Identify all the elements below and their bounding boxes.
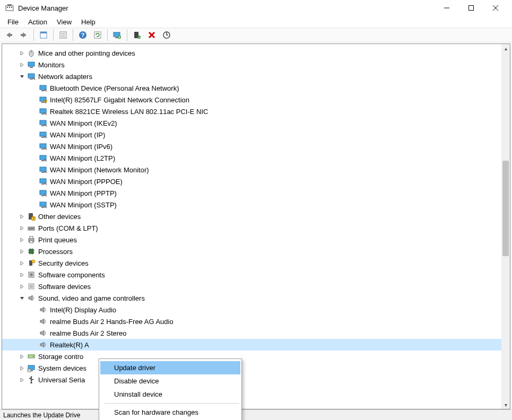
tree-item[interactable]: Intel(R) Display Audio [2,304,501,316]
expander-placeholder [30,189,37,197]
svg-rect-37 [40,85,46,90]
chevron-down-icon[interactable] [18,73,25,80]
chevron-right-icon[interactable] [18,248,25,255]
tree-item[interactable]: Universal Seria [2,374,501,386]
tree-item[interactable]: Mice and other pointing devices [2,47,501,59]
context-menu-item[interactable]: Scan for hardware changes [100,406,240,419]
svg-rect-3 [9,7,10,8]
tree-item[interactable]: Software devices [2,281,501,292]
svg-rect-34 [28,74,34,78]
tree-item[interactable]: Software components [2,269,501,281]
chevron-right-icon[interactable] [18,259,25,267]
tree-item[interactable]: Bluetooth Device (Personal Area Network) [2,82,501,94]
status-text: Launches the Update Drive [3,412,80,419]
console-tree-button[interactable] [56,29,70,41]
chevron-right-icon[interactable] [18,49,25,57]
expander-placeholder [30,166,37,173]
chevron-right-icon[interactable] [18,353,25,360]
menu-help[interactable]: Help [77,17,100,27]
device-tree[interactable]: Mice and other pointing devicesMonitorsN… [2,47,501,409]
menu-view[interactable]: View [53,17,76,27]
toolbar-separator [53,29,54,41]
svg-rect-68 [41,207,45,208]
app-icon [5,4,14,12]
tree-item-label: Software devices [38,283,91,291]
menu-action[interactable]: Action [24,17,51,27]
context-menu-item[interactable]: Disable device [100,374,240,388]
speaker-icon [38,328,48,338]
network-icon [38,83,48,93]
tree-item[interactable]: ?Other devices [2,211,501,222]
chevron-right-icon[interactable] [18,61,25,68]
vertical-scrollbar[interactable]: ▴ ▾ [501,44,510,409]
tree-item[interactable]: WAN Miniport (SSTP) [2,199,501,211]
refresh-button[interactable] [91,29,105,41]
enable-device-button[interactable] [130,29,144,41]
scrollbar-thumb[interactable] [502,161,509,256]
tree-item[interactable]: Realtek 8821CE Wireless LAN 802.11ac PCI… [2,106,501,117]
scroll-down-button[interactable]: ▾ [501,400,510,409]
tree-item[interactable]: WAN Miniport (PPTP) [2,187,501,199]
tree-item[interactable]: System devices [2,362,501,374]
svg-rect-49 [40,132,46,136]
uninstall-device-button[interactable] [145,29,159,41]
expander-placeholder [30,119,37,127]
back-button[interactable] [2,29,16,41]
chevron-right-icon[interactable] [18,283,25,290]
expander-placeholder [30,341,37,348]
chevron-right-icon[interactable] [18,376,25,383]
svg-rect-65 [41,195,45,196]
tree-item[interactable]: WAN Miniport (PPPOE) [2,176,501,187]
chevron-down-icon[interactable] [18,294,25,302]
tree-item[interactable]: WAN Miniport (IKEv2) [2,117,501,129]
context-menu-item[interactable]: Update driver [100,361,240,374]
close-button[interactable] [483,0,508,16]
tree-item[interactable]: Ports (COM & LPT) [2,222,501,234]
tree-item[interactable]: Realtek(R) A [2,339,501,351]
tree-item[interactable]: Print queues [2,234,501,246]
context-menu-item[interactable]: Uninstall device [100,388,240,401]
tree-item[interactable]: realme Buds Air 2 Hands-Free AG Audio [2,316,501,327]
tree-item[interactable]: Processors [2,246,501,257]
menu-bar: File Action View Help [0,16,512,28]
tree-item[interactable]: WAN Miniport (L2TP) [2,152,501,164]
svg-point-96 [33,356,34,357]
minimize-button[interactable] [435,0,459,16]
tree-item-label: System devices [38,364,86,372]
update-driver-button[interactable] [110,29,124,41]
chevron-right-icon[interactable] [18,364,25,372]
tree-item[interactable]: !Intel(R) 82567LF Gigabit Network Connec… [2,94,501,106]
tree-item[interactable]: Monitors [2,59,501,71]
forward-button[interactable] [17,29,31,41]
scroll-up-button[interactable]: ▴ [501,44,510,52]
tree-item[interactable]: WAN Miniport (IP) [2,129,501,141]
svg-rect-104 [31,382,32,383]
tree-item[interactable]: Sound, video and game controllers [2,292,501,304]
maximize-button[interactable] [459,0,483,16]
chevron-right-icon[interactable] [18,224,25,232]
svg-rect-80 [29,249,33,253]
svg-rect-9 [10,34,12,36]
svg-rect-59 [41,172,45,173]
chevron-right-icon[interactable] [18,271,25,278]
tree-item-label: realme Buds Air 2 Stereo [50,329,127,337]
tree-item[interactable]: Storage contro [2,351,501,362]
svg-rect-78 [30,237,33,239]
chevron-right-icon[interactable] [18,213,25,220]
monitor-icon [27,60,36,69]
help-button[interactable]: ? [76,29,90,41]
tree-item-label: Mice and other pointing devices [38,49,135,57]
tree-item[interactable]: realme Buds Air 2 Stereo [2,327,501,339]
tree-item[interactable]: WAN Miniport (IPv6) [2,141,501,152]
device-add-icon [133,31,141,39]
tree-item[interactable]: Security devices [2,257,501,269]
svg-rect-76 [32,228,33,229]
menu-file[interactable]: File [3,17,23,27]
svg-rect-10 [21,34,23,36]
show-hidden-button[interactable] [37,29,50,41]
tree-item[interactable]: WAN Miniport (Network Monitor) [2,164,501,176]
chevron-right-icon[interactable] [18,236,25,243]
tree-item[interactable]: Network adapters [2,71,501,82]
scan-hardware-button[interactable] [160,29,173,41]
svg-rect-94 [30,285,33,288]
